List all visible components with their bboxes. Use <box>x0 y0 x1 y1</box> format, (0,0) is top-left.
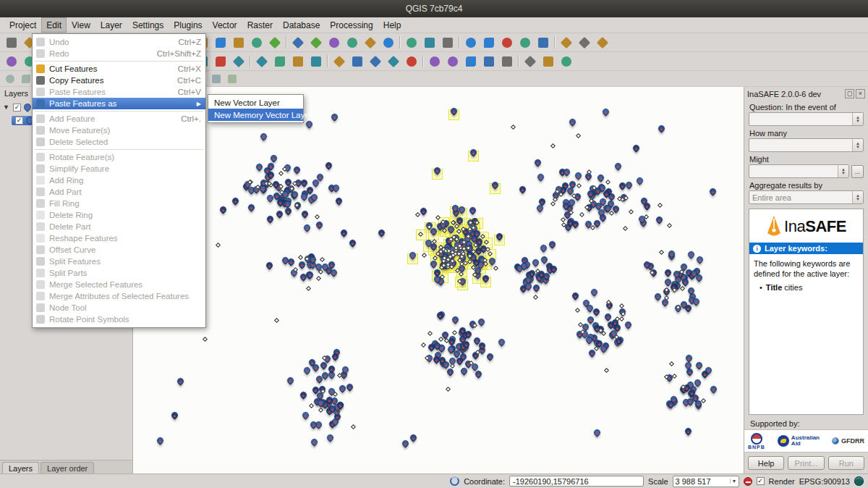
map-pin-marker[interactable] <box>684 427 693 437</box>
select-features-icon[interactable] <box>307 34 325 51</box>
menu-item-reshape-features[interactable]: Reshape Features <box>33 232 205 244</box>
select-by-expression-icon[interactable] <box>325 34 343 51</box>
map-diamond-marker[interactable] <box>452 330 457 335</box>
chevron-down-icon[interactable]: ▼ <box>730 479 739 484</box>
window-titlebar[interactable]: QGIS 7cb79c4 <box>0 0 868 17</box>
menu-item-move-feature-s[interactable]: Move Feature(s) <box>33 125 205 136</box>
identify-features-icon[interactable] <box>289 34 307 51</box>
map-diamond-marker[interactable] <box>316 276 321 281</box>
add-vector-layer-icon[interactable] <box>2 53 20 70</box>
openlayers-plugin-icon[interactable] <box>480 53 498 70</box>
map-pin-marker[interactable] <box>497 337 506 347</box>
measure-area-icon[interactable] <box>420 34 438 51</box>
map-pin-marker[interactable] <box>292 166 302 175</box>
map-diamond-marker[interactable] <box>669 361 674 366</box>
inasafe-options-icon[interactable] <box>366 53 384 70</box>
map-pin-marker[interactable] <box>574 172 583 181</box>
map-pin-marker[interactable] <box>334 196 344 206</box>
map-pin-marker[interactable] <box>590 287 599 297</box>
menu-item-split-features[interactable]: Split Features <box>33 256 205 267</box>
text-annotation-icon[interactable] <box>516 34 534 51</box>
map-diamond-marker[interactable] <box>511 125 516 130</box>
map-pin-marker[interactable] <box>694 361 704 370</box>
float-panel-icon[interactable]: ◻ <box>845 89 854 98</box>
map-diamond-marker[interactable] <box>533 295 538 300</box>
stop-render-icon[interactable] <box>744 477 752 486</box>
menu-item-rotate-point-symbols[interactable]: Rotate Point Symbols <box>33 314 205 325</box>
map-pin-marker[interactable] <box>684 353 694 363</box>
map-diamond-marker[interactable] <box>306 286 311 291</box>
scale-select[interactable]: 3 988 517 ▼ <box>673 476 739 487</box>
new-project-icon[interactable] <box>2 34 20 51</box>
street-view-icon[interactable] <box>461 53 480 70</box>
map-pin-marker[interactable] <box>603 312 613 321</box>
map-pin-marker[interactable] <box>469 206 478 216</box>
map-pin-marker[interactable] <box>255 162 264 172</box>
map-pin-marker[interactable] <box>451 315 460 324</box>
menu-settings[interactable]: Settings <box>127 17 169 33</box>
submenu-item-new-memory-vector-layer[interactable]: New Memory Vector Layer <box>208 109 303 121</box>
close-panel-icon[interactable]: × <box>856 89 865 98</box>
map-pin-marker[interactable] <box>247 203 257 212</box>
points-in-polygon-icon[interactable] <box>539 53 557 70</box>
submenu-item-new-vector-layer[interactable]: New Vector Layer <box>208 96 303 109</box>
map-diamond-marker[interactable] <box>216 243 221 248</box>
map-diamond-marker[interactable] <box>667 223 672 228</box>
python-plugin-icon[interactable] <box>289 53 307 70</box>
map-diamond-marker[interactable] <box>427 331 433 336</box>
map-pin-marker[interactable] <box>571 291 580 300</box>
show-bookmarks-icon[interactable] <box>498 34 516 51</box>
print-button[interactable]: Print... <box>788 456 824 470</box>
measure-angle-icon[interactable] <box>438 34 456 51</box>
map-pin-marker[interactable] <box>324 161 333 170</box>
render-checkbox[interactable]: ✓ <box>757 477 765 485</box>
tab-layers[interactable]: Layers <box>2 462 39 474</box>
map-diamond-marker[interactable] <box>623 226 628 231</box>
processing-toolbox-icon[interactable] <box>271 53 289 70</box>
new-spatialite-layer-icon[interactable] <box>211 53 229 70</box>
map-pin-marker[interactable] <box>302 223 312 232</box>
map-pin-marker[interactable] <box>170 411 179 420</box>
map-diamond-marker[interactable] <box>422 253 427 258</box>
map-pin-marker[interactable] <box>601 107 610 117</box>
map-diamond-marker[interactable] <box>550 143 556 148</box>
menu-item-copy-features[interactable]: Copy FeaturesCtrl+C <box>33 75 205 86</box>
map-pin-marker[interactable] <box>378 228 387 237</box>
hazard-select[interactable]: ▲▼ <box>749 112 864 126</box>
map-pin-marker[interactable] <box>532 283 542 293</box>
map-pin-marker[interactable] <box>330 112 339 122</box>
menu-item-delete-selected[interactable]: Delete Selected <box>33 136 205 148</box>
menu-edit[interactable]: Edit <box>41 17 67 33</box>
map-diamond-marker[interactable] <box>278 171 284 176</box>
map-pin-marker[interactable] <box>315 220 324 230</box>
run-button[interactable]: Run <box>828 456 864 470</box>
menu-help[interactable]: Help <box>378 17 407 33</box>
map-diamond-marker[interactable] <box>315 214 320 219</box>
enable-tracing-icon[interactable] <box>208 72 224 85</box>
map-canvas[interactable] <box>133 87 744 474</box>
offset-curve-tool-icon[interactable] <box>224 72 240 85</box>
map-pin-marker[interactable] <box>695 255 705 264</box>
map-pin-marker[interactable] <box>265 261 274 270</box>
menu-item-offset-curve[interactable]: Offset Curve <box>33 244 205 256</box>
map-pin-marker[interactable] <box>485 352 495 361</box>
map-pin-marker[interactable] <box>345 382 354 392</box>
map-pin-marker[interactable] <box>592 428 602 437</box>
map-diamond-marker[interactable] <box>320 257 325 262</box>
menu-raster[interactable]: Raster <box>242 17 278 33</box>
exposure-select[interactable]: ▲▼ <box>749 138 864 152</box>
map-pin-marker[interactable] <box>339 228 349 237</box>
map-pin-marker[interactable] <box>684 304 693 314</box>
refresh-map-icon[interactable] <box>265 34 284 51</box>
menu-item-paste-features-as[interactable]: Paste Features as▶ <box>33 98 205 109</box>
map-pin-marker[interactable] <box>548 240 557 249</box>
map-pin-marker[interactable] <box>231 196 240 206</box>
field-calculator-icon[interactable] <box>379 34 397 51</box>
menu-project[interactable]: Project <box>4 17 41 33</box>
map-pin-marker[interactable] <box>286 376 295 385</box>
menu-item-merge-selected-features[interactable]: Merge Selected Features <box>33 279 205 290</box>
map-pin-marker[interactable] <box>305 119 314 129</box>
map-diamond-marker[interactable] <box>318 408 323 413</box>
map-diamond-marker[interactable] <box>659 250 664 255</box>
map-pin-marker[interactable] <box>477 317 486 327</box>
